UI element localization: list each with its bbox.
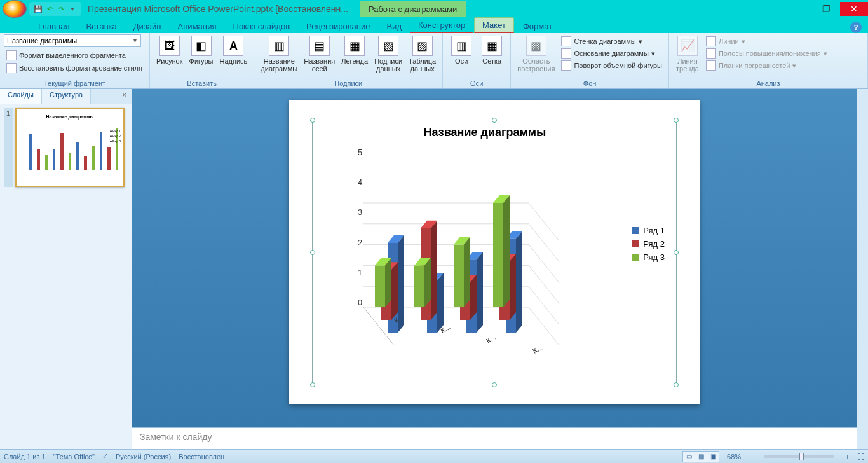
thumb-legend: ■ Ряд 1■ Ряд 2■ Ряд 3 (110, 128, 121, 144)
group-label: Текущий фрагмент (4, 79, 146, 88)
selector-value: Название диаграммы (7, 37, 77, 45)
format-selection-button[interactable]: Формат выделенного фрагмента (4, 50, 128, 61)
help-button[interactable]: ? (850, 22, 862, 33)
svg-marker-27 (431, 221, 437, 320)
chart-element-selector[interactable]: Название диаграммы ▼ (4, 34, 141, 47)
tab-view[interactable]: Вид (379, 19, 409, 33)
slides-tab[interactable]: Слайды (0, 89, 42, 104)
trendline-button[interactable]: 📈Линия тренда (673, 34, 702, 74)
resize-handle[interactable] (674, 250, 679, 255)
shapes-button[interactable]: ◧Фигуры (187, 34, 216, 66)
resize-handle[interactable] (674, 118, 679, 123)
normal-view-button[interactable]: ▭ (683, 452, 695, 462)
maximize-button[interactable]: ❐ (812, 2, 840, 16)
slideshow-view-button[interactable]: ▣ (707, 452, 719, 462)
chart-title-icon: ▥ (269, 36, 289, 56)
panel-close-icon[interactable]: × (118, 89, 132, 104)
plot-area[interactable] (363, 148, 560, 367)
zoom-slider[interactable] (764, 455, 834, 458)
zoom-handle[interactable] (799, 453, 804, 460)
axes-button[interactable]: ▥Оси (447, 34, 476, 66)
axis-titles-button[interactable]: ▤Названия осей (301, 34, 337, 74)
tab-animation[interactable]: Анимация (170, 19, 224, 33)
zoom-level[interactable]: 68% (727, 453, 741, 460)
qat-dropdown-icon[interactable]: ▼ (67, 4, 78, 14)
minimize-button[interactable]: — (784, 2, 812, 16)
resize-handle[interactable] (674, 382, 679, 387)
legend-button[interactable]: ▦Легенда (339, 34, 370, 66)
textbox-button[interactable]: AНадпись (217, 34, 250, 66)
chart-title[interactable]: Название диаграммы (383, 123, 587, 142)
save-icon[interactable]: 💾 (33, 4, 43, 14)
tab-home[interactable]: Главная (31, 19, 77, 33)
close-button[interactable]: ✕ (840, 2, 868, 16)
tab-constructor[interactable]: Конструктор (410, 18, 473, 33)
svg-line-9 (529, 224, 559, 262)
zoom-out-button[interactable]: − (749, 453, 752, 460)
view-buttons: ▭ ▦ ▣ (682, 451, 719, 462)
quick-access-toolbar: 💾 ↶ ↷ ▼ (29, 2, 81, 16)
lines-button: Линии ▾ (703, 36, 830, 47)
legend[interactable]: Ряд 1Ряд 2Ряд 3 (632, 222, 665, 266)
thumbnail-item[interactable]: 1 Название диаграммы ■ Ряд 1■ Ряд 2■ Ряд… (4, 108, 128, 187)
reset-icon (6, 63, 17, 73)
reset-style-button[interactable]: Восстановить форматирование стиля (4, 62, 145, 74)
resize-handle[interactable] (310, 382, 315, 387)
svg-rect-46 (493, 203, 503, 307)
office-button[interactable] (3, 0, 27, 18)
canvas-scroll[interactable]: Название диаграммы 0 1 2 3 4 5 К...К...К… (132, 89, 857, 427)
svg-line-7 (529, 245, 559, 283)
svg-marker-36 (470, 275, 477, 320)
tab-insert[interactable]: Вставка (78, 19, 124, 33)
resize-handle[interactable] (310, 250, 315, 255)
data-labels-button[interactable]: ▧Подписи данных (372, 34, 405, 74)
tab-format[interactable]: Формат (515, 19, 560, 33)
chart-title-button[interactable]: ▥Название диаграммы (258, 34, 300, 74)
picture-button[interactable]: 🖼Рисунок (154, 34, 186, 66)
resize-handle[interactable] (492, 382, 497, 387)
plot-area-button[interactable]: ▩Область построения (515, 34, 557, 74)
redo-icon[interactable]: ↷ (56, 4, 66, 14)
chart-floor-button[interactable]: Основание диаграммы ▾ (559, 48, 665, 59)
language[interactable]: Русский (Россия) (116, 453, 171, 460)
notes-pane[interactable]: Заметки к слайду (132, 427, 857, 449)
fit-window-button[interactable]: ⛶ (857, 453, 864, 460)
svg-marker-24 (437, 273, 444, 333)
chart-wall-button[interactable]: Стенка диаграммы ▾ (559, 36, 665, 47)
zoom-in-button[interactable]: + (846, 453, 850, 460)
data-labels-icon: ▧ (378, 36, 398, 56)
slide-thumbnail[interactable]: Название диаграммы ■ Ряд 1■ Ряд 2■ Ряд 3 (15, 108, 125, 187)
spellcheck-icon[interactable]: ✓ (102, 452, 108, 460)
group-labels: ▥Название диаграммы ▤Названия осей ▦Леге… (254, 33, 443, 88)
window-controls: — ❐ ✕ (784, 2, 868, 16)
thumb-chart (22, 119, 118, 170)
sorter-view-button[interactable]: ▦ (695, 452, 707, 462)
group-label: Вставить (154, 79, 250, 88)
thumbnails: 1 Название диаграммы ■ Ряд 1■ Ряд 2■ Ряд… (0, 104, 132, 449)
status-bar: Слайд 1 из 1 "Тема Office" ✓ Русский (Ро… (0, 449, 868, 463)
vertical-scrollbar[interactable] (857, 89, 868, 449)
tab-layout[interactable]: Макет (474, 17, 514, 33)
resize-handle[interactable] (310, 118, 315, 123)
gridlines-button[interactable]: ▦Сетка (477, 34, 506, 66)
chart-object[interactable]: Название диаграммы 0 1 2 3 4 5 К...К...К… (312, 120, 677, 385)
outline-tab[interactable]: Структура (42, 89, 91, 104)
data-table-button[interactable]: ▨Таблица данных (406, 34, 438, 74)
resize-handle[interactable] (492, 118, 497, 123)
slide-counter: Слайд 1 из 1 (4, 453, 46, 460)
textbox-icon: A (223, 36, 243, 56)
slide[interactable]: Название диаграммы 0 1 2 3 4 5 К...К...К… (289, 100, 700, 404)
3d-rotation-button[interactable]: Поворот объемной фигуры (559, 60, 665, 71)
undo-icon[interactable]: ↶ (44, 4, 55, 14)
svg-marker-18 (391, 262, 398, 320)
tab-design[interactable]: Дизайн (126, 19, 169, 33)
tab-slideshow[interactable]: Показ слайдов (226, 19, 298, 33)
slide-panel: Слайды Структура × 1 Название диаграммы … (0, 89, 132, 449)
axes-icon: ▥ (451, 36, 471, 56)
svg-rect-37 (454, 245, 464, 307)
legend-icon: ▦ (344, 36, 365, 56)
tab-review[interactable]: Рецензирование (299, 19, 377, 33)
x-axis-categories: К...К...К...К... (376, 315, 560, 322)
floor-icon (561, 48, 571, 59)
group-background: ▩Область построения Стенка диаграммы ▾ О… (511, 33, 669, 88)
